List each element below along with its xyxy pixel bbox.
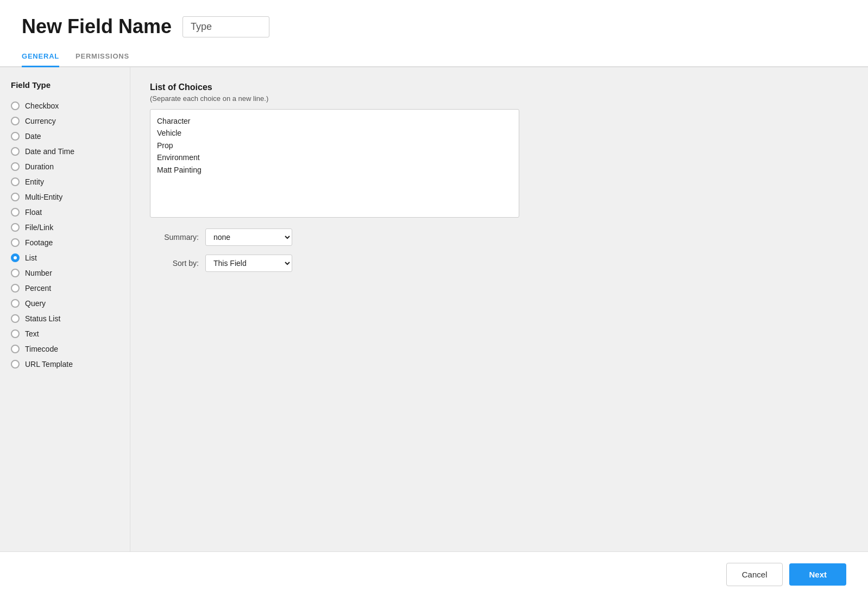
- sidebar-item-url-template[interactable]: URL Template: [11, 357, 119, 372]
- sidebar-item-label: Currency: [25, 117, 56, 125]
- radio-float: [11, 208, 20, 217]
- sidebar-item-status-list[interactable]: Status List: [11, 311, 119, 326]
- sidebar-item-label: Footage: [25, 238, 53, 247]
- page-header: New Field Name: [0, 0, 868, 47]
- sidebar-item-label: Multi-Entity: [25, 193, 62, 201]
- sidebar-item-currency[interactable]: Currency: [11, 113, 119, 129]
- sidebar-item-percent[interactable]: Percent: [11, 281, 119, 296]
- sidebar-item-label: URL Template: [25, 360, 73, 369]
- type-input[interactable]: [183, 16, 269, 37]
- sidebar-item-entity[interactable]: Entity: [11, 174, 119, 189]
- sidebar-item-label: File/Link: [25, 223, 53, 232]
- sidebar-item-float[interactable]: Float: [11, 205, 119, 220]
- next-button[interactable]: Next: [789, 563, 846, 586]
- sidebar-item-label: Timecode: [25, 345, 58, 353]
- list-of-choices-title: List of Choices: [150, 82, 848, 92]
- radio-text: [11, 329, 20, 338]
- radio-timecode: [11, 345, 20, 353]
- sidebar-item-label: Text: [25, 329, 39, 338]
- main-content: Field Type Checkbox Currency Date Date a…: [0, 67, 868, 551]
- sidebar-item-file-link[interactable]: File/Link: [11, 220, 119, 235]
- sidebar-item-text[interactable]: Text: [11, 326, 119, 341]
- sidebar-item-label: List: [25, 253, 37, 262]
- choices-textarea[interactable]: Character Vehicle Prop Environment Matt …: [150, 109, 519, 218]
- cancel-button[interactable]: Cancel: [726, 563, 783, 586]
- tabs-bar: GENERAL PERMISSIONS: [0, 47, 868, 67]
- sidebar-item-label: Percent: [25, 284, 51, 293]
- sidebar-item-query[interactable]: Query: [11, 296, 119, 311]
- radio-list: [11, 253, 20, 262]
- list-of-choices-hint: (Separate each choice on a new line.): [150, 94, 848, 103]
- radio-percent: [11, 284, 20, 293]
- sidebar-item-footage[interactable]: Footage: [11, 235, 119, 250]
- sidebar-item-date[interactable]: Date: [11, 129, 119, 144]
- sidebar-item-label: Checkbox: [25, 101, 59, 110]
- sidebar-item-duration[interactable]: Duration: [11, 159, 119, 174]
- radio-footage: [11, 238, 20, 247]
- radio-number: [11, 269, 20, 277]
- sidebar-item-list[interactable]: List: [11, 250, 119, 265]
- summary-select[interactable]: none count: [205, 228, 292, 246]
- sidebar-item-date-and-time[interactable]: Date and Time: [11, 144, 119, 159]
- sidebar-item-label: Query: [25, 299, 46, 308]
- sort-by-label: Sort by:: [150, 259, 199, 268]
- sidebar-item-label: Date: [25, 132, 41, 141]
- page-title: New Field Name: [22, 15, 172, 38]
- footer: Cancel Next: [0, 551, 868, 597]
- sidebar-item-multi-entity[interactable]: Multi-Entity: [11, 189, 119, 205]
- sidebar-item-timecode[interactable]: Timecode: [11, 341, 119, 357]
- radio-duration: [11, 162, 20, 171]
- field-type-sidebar: Field Type Checkbox Currency Date Date a…: [0, 67, 130, 551]
- sidebar-item-label: Date and Time: [25, 147, 74, 156]
- tab-general[interactable]: GENERAL: [22, 47, 59, 67]
- radio-entity: [11, 177, 20, 186]
- sidebar-item-label: Number: [25, 269, 52, 277]
- radio-date: [11, 132, 20, 141]
- sidebar-item-number[interactable]: Number: [11, 265, 119, 281]
- radio-currency: [11, 117, 20, 125]
- radio-file-link: [11, 223, 20, 232]
- radio-status-list: [11, 314, 20, 323]
- radio-date-and-time: [11, 147, 20, 156]
- sidebar-title: Field Type: [11, 80, 119, 90]
- radio-checkbox: [11, 101, 20, 110]
- sidebar-item-label: Status List: [25, 314, 60, 323]
- tab-permissions[interactable]: PERMISSIONS: [76, 47, 129, 67]
- sidebar-item-checkbox[interactable]: Checkbox: [11, 98, 119, 113]
- radio-multi-entity: [11, 193, 20, 201]
- sort-by-select[interactable]: This Field Alphabetical: [205, 255, 292, 272]
- summary-row: Summary: none count: [150, 228, 848, 246]
- sidebar-item-label: Float: [25, 208, 42, 217]
- sidebar-item-label: Duration: [25, 162, 54, 171]
- radio-query: [11, 299, 20, 308]
- sort-by-row: Sort by: This Field Alphabetical: [150, 255, 848, 272]
- sidebar-item-label: Entity: [25, 177, 44, 186]
- content-panel: List of Choices (Separate each choice on…: [130, 67, 868, 551]
- summary-label: Summary:: [150, 233, 199, 242]
- radio-url-template: [11, 360, 20, 369]
